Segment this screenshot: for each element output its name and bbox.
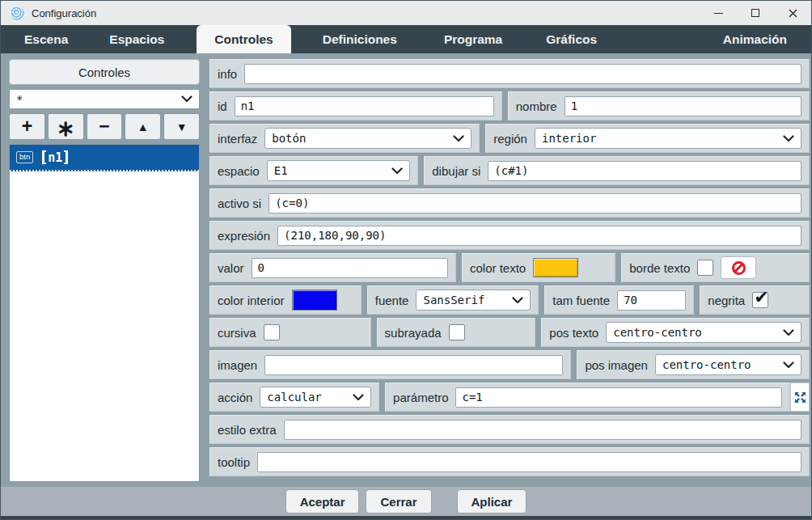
dibujar-si-cell: dibujar si xyxy=(424,156,810,185)
activo-si-input[interactable] xyxy=(269,193,801,213)
cursiva-checkbox[interactable] xyxy=(264,324,280,340)
chevron-down-icon xyxy=(181,95,192,103)
pos-imagen-label: pos imagen xyxy=(585,358,648,372)
borde-texto-none-button[interactable] xyxy=(721,256,756,279)
tab-escena[interactable]: Escena xyxy=(23,25,70,53)
tam-fuente-input[interactable] xyxy=(617,290,686,311)
controls-filter-value: * xyxy=(16,93,23,106)
valor-input[interactable] xyxy=(252,258,448,278)
negrita-checkbox[interactable]: ✔ xyxy=(752,292,768,308)
dibujar-si-input[interactable] xyxy=(488,161,801,181)
tooltip-input[interactable] xyxy=(257,452,801,472)
triangle-up-icon: ▲ xyxy=(137,121,149,133)
expresion-input[interactable] xyxy=(277,226,801,246)
maximize-icon xyxy=(751,9,759,17)
minimize-button[interactable] xyxy=(700,1,737,25)
pos-imagen-select[interactable]: centro-centro xyxy=(655,354,801,375)
valor-cell: valor xyxy=(209,253,456,282)
fuente-select[interactable]: SansSerif xyxy=(416,290,531,311)
asterisk-icon: ∗ xyxy=(57,118,75,140)
clone-control-button[interactable]: ∗ xyxy=(48,113,84,140)
subrayada-checkbox[interactable] xyxy=(449,324,465,340)
interfaz-select[interactable]: botón xyxy=(264,128,472,149)
borde-texto-label: borde texto xyxy=(629,261,690,275)
estilo-extra-input[interactable] xyxy=(284,420,801,440)
estilo-extra-label: estilo extra xyxy=(218,423,277,437)
aplicar-button[interactable]: Aplicar xyxy=(457,489,527,514)
activo-si-cell: activo si xyxy=(209,188,810,218)
chevron-down-icon xyxy=(783,329,794,336)
cursiva-label: cursiva xyxy=(218,326,256,340)
tab-animacion[interactable]: Animación xyxy=(721,25,789,53)
controls-filter-select[interactable]: * xyxy=(9,89,200,109)
pos-texto-cell: pos texto centro-centro xyxy=(541,318,810,347)
cerrar-button[interactable]: Cerrar xyxy=(366,489,431,514)
tam-fuente-label: tam fuente xyxy=(552,294,610,307)
pos-texto-select[interactable]: centro-centro xyxy=(606,322,801,343)
parametro-expand-button[interactable] xyxy=(790,383,810,412)
subrayada-label: subrayada xyxy=(385,326,442,340)
accion-select[interactable]: calcular xyxy=(260,387,371,408)
fuente-cell: fuente SansSerif xyxy=(367,285,539,315)
footer-bar: Aceptar Cerrar Aplicar xyxy=(1,487,811,516)
interfaz-label: interfaz xyxy=(218,132,257,146)
add-control-button[interactable]: + xyxy=(9,113,45,140)
color-interior-swatch[interactable] xyxy=(292,290,337,311)
region-select[interactable]: interior xyxy=(535,128,801,149)
close-button[interactable] xyxy=(774,1,811,25)
borde-texto-cell: borde texto xyxy=(621,253,810,282)
chevron-down-icon xyxy=(783,135,794,142)
window-title: Configuración xyxy=(32,7,96,19)
tab-definiciones[interactable]: Definiciones xyxy=(321,25,399,53)
imagen-cell: imagen xyxy=(209,350,571,379)
minimize-icon xyxy=(714,13,723,14)
no-sign-icon xyxy=(732,261,746,275)
maximize-button[interactable] xyxy=(737,1,774,25)
color-texto-cell: color texto xyxy=(462,253,615,282)
imagen-label: imagen xyxy=(218,358,257,372)
id-input[interactable] xyxy=(235,96,494,116)
tam-fuente-cell: tam fuente xyxy=(544,285,694,315)
chevron-down-icon xyxy=(353,394,364,401)
tab-controles[interactable]: Controles xyxy=(197,25,290,53)
info-cell: info xyxy=(209,59,810,88)
espacio-select[interactable]: E1 xyxy=(267,160,411,181)
minus-icon: − xyxy=(99,117,109,136)
aceptar-button[interactable]: Aceptar xyxy=(285,489,360,514)
tab-espacios[interactable]: Espacios xyxy=(108,25,166,53)
accion-cell: acción calcular xyxy=(209,383,379,412)
tooltip-label: tooltip xyxy=(218,455,250,469)
color-texto-label: color texto xyxy=(470,261,526,275)
nombre-label: nombre xyxy=(516,99,557,113)
remove-control-button[interactable]: − xyxy=(87,113,123,140)
color-interior-cell: color interior xyxy=(209,285,362,315)
move-down-button[interactable]: ▼ xyxy=(163,113,200,140)
controls-panel-header: Controles xyxy=(9,59,200,85)
list-item-n1[interactable]: btn n1 xyxy=(10,145,199,171)
controls-list: btn n1 xyxy=(9,144,200,482)
window-bottom-edge xyxy=(1,516,811,520)
expresion-label: expresión xyxy=(218,229,270,243)
info-input[interactable] xyxy=(244,64,801,84)
left-bracket-icon xyxy=(42,150,46,164)
chevron-down-icon xyxy=(783,361,794,369)
tab-graficos[interactable]: Gráficos xyxy=(544,25,598,53)
activo-si-label: activo si xyxy=(218,197,261,210)
color-interior-label: color interior xyxy=(218,294,285,307)
parametro-cell: parámetro xyxy=(385,383,790,412)
negrita-cell: negrita ✔ xyxy=(700,285,810,315)
accion-label: acción xyxy=(218,391,252,404)
color-texto-swatch[interactable] xyxy=(533,258,578,277)
dibujar-si-label: dibujar si xyxy=(432,164,480,178)
window-controls xyxy=(700,1,811,25)
imagen-input[interactable] xyxy=(264,355,563,375)
region-label: región xyxy=(493,132,527,146)
close-icon xyxy=(789,9,797,18)
move-up-button[interactable]: ▲ xyxy=(125,113,161,140)
parametro-input[interactable] xyxy=(455,387,782,408)
tab-programa[interactable]: Programa xyxy=(442,25,504,53)
borde-texto-checkbox[interactable] xyxy=(697,260,713,276)
tab-bar: Escena Espacios Controles Definiciones P… xyxy=(1,25,811,53)
expand-icon xyxy=(794,391,806,404)
nombre-input[interactable] xyxy=(565,96,801,116)
